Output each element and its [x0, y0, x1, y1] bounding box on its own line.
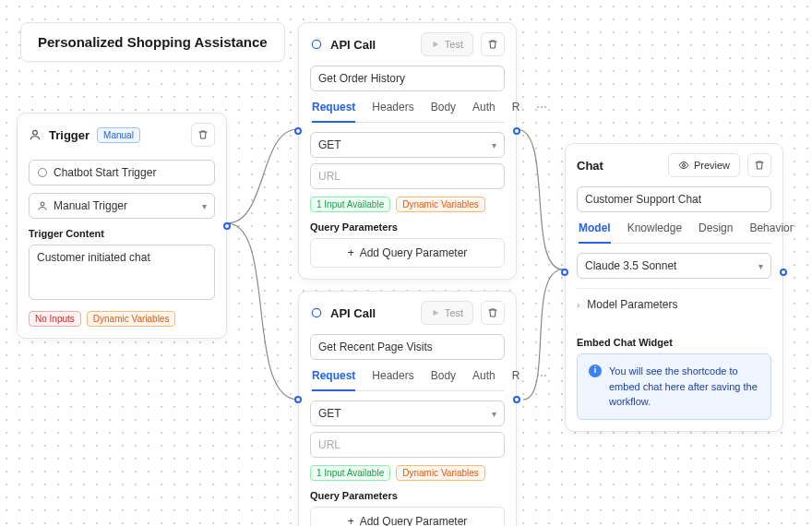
- chat-model-select[interactable]: Claude 3.5 Sonnet ▾: [577, 253, 771, 279]
- api-1-method-select[interactable]: GET ▾: [310, 132, 505, 158]
- input-port[interactable]: [561, 269, 568, 276]
- chat-tabs: Model Knowledge Design Behavior: [577, 221, 771, 244]
- query-params-label: Query Parameters: [310, 490, 505, 501]
- tab-auth[interactable]: Auth: [472, 101, 496, 122]
- tab-more[interactable]: ⋯: [536, 101, 547, 122]
- model-parameters-toggle[interactable]: › Model Parameters: [577, 288, 771, 320]
- tab-behavior[interactable]: Behavior: [749, 221, 793, 243]
- tab-design[interactable]: Design: [699, 221, 733, 243]
- tab-headers[interactable]: Headers: [372, 369, 413, 390]
- tab-r[interactable]: R: [512, 369, 520, 390]
- plus-icon: +: [348, 515, 354, 526]
- tab-request[interactable]: Request: [312, 369, 355, 391]
- api-icon: [310, 306, 323, 319]
- api-2-name-input[interactable]: [310, 334, 505, 360]
- trigger-title: Trigger: [49, 128, 90, 142]
- trigger-content-label: Trigger Content: [29, 228, 215, 239]
- input-available-badge[interactable]: 1 Input Available: [310, 465, 390, 481]
- trash-icon: [487, 39, 498, 50]
- api-2-url-input[interactable]: [310, 432, 505, 458]
- input-port[interactable]: [294, 127, 302, 135]
- circle-icon: [37, 167, 48, 178]
- dynamic-vars-badge[interactable]: Dynamic Variables: [87, 311, 176, 327]
- workflow-title: Personalized Shopping Assistance: [20, 22, 285, 62]
- trigger-mode-badge: Manual: [97, 127, 140, 143]
- api-1-test-button[interactable]: Test: [421, 32, 473, 56]
- embed-info-box: i You will see the shortcode to embed ch…: [577, 353, 771, 420]
- api-1-name-input[interactable]: [310, 66, 505, 91]
- chevron-right-icon: ›: [577, 300, 579, 310]
- api-icon: [310, 38, 323, 51]
- dynamic-vars-badge[interactable]: Dynamic Variables: [396, 197, 485, 212]
- tab-auth[interactable]: Auth: [472, 369, 496, 390]
- trigger-manual-option[interactable]: Manual Trigger ▾: [29, 193, 215, 219]
- user-icon: [29, 128, 42, 141]
- tab-request[interactable]: Request: [312, 101, 355, 123]
- api-call-1-node: API Call Test Request Headers Body Auth …: [298, 22, 517, 280]
- chevron-down-icon: ▾: [758, 261, 763, 271]
- trash-icon: [754, 160, 765, 171]
- chat-delete-button[interactable]: [747, 153, 771, 177]
- user-small-icon: [37, 200, 48, 211]
- input-available-badge[interactable]: 1 Input Available: [310, 197, 390, 212]
- api-2-title: API Call: [330, 306, 413, 320]
- output-port[interactable]: [513, 127, 520, 135]
- output-port[interactable]: [513, 396, 520, 403]
- api-2-tabs: Request Headers Body Auth R ⋯: [310, 369, 505, 391]
- add-query-param-button[interactable]: + Add Query Parameter: [310, 238, 505, 268]
- svg-point-1: [39, 169, 47, 177]
- chevron-down-icon: ▾: [492, 140, 496, 150]
- tab-r[interactable]: R: [512, 101, 520, 122]
- plus-icon: +: [348, 246, 354, 259]
- api-2-delete-button[interactable]: [481, 301, 505, 325]
- api-1-url-input[interactable]: [310, 163, 505, 189]
- chevron-down-icon: ▾: [202, 201, 207, 211]
- info-icon: i: [589, 365, 602, 377]
- tab-knowledge[interactable]: Knowledge: [627, 221, 682, 243]
- trigger-content-input[interactable]: [29, 245, 215, 300]
- embed-widget-label: Embed Chat Widget: [577, 337, 771, 348]
- tab-model[interactable]: Model: [579, 221, 611, 244]
- tab-headers[interactable]: Headers: [372, 101, 413, 122]
- chevron-down-icon: ▾: [492, 409, 496, 419]
- tab-more[interactable]: ⋯: [536, 369, 547, 390]
- svg-point-3: [682, 164, 685, 167]
- play-icon: [431, 40, 440, 49]
- chat-node: Chat Preview Model Knowledge Design Beha…: [565, 143, 783, 432]
- tab-body[interactable]: Body: [431, 369, 456, 390]
- output-port[interactable]: [780, 269, 787, 276]
- output-port[interactable]: [223, 222, 231, 230]
- chat-name-input[interactable]: [577, 186, 771, 212]
- add-query-param-button[interactable]: + Add Query Parameter: [310, 507, 505, 526]
- api-call-2-node: API Call Test Request Headers Body Auth …: [298, 291, 517, 526]
- eye-icon: [678, 160, 689, 171]
- input-port[interactable]: [294, 396, 302, 403]
- api-1-delete-button[interactable]: [481, 32, 505, 56]
- chat-preview-button[interactable]: Preview: [668, 153, 740, 177]
- trigger-chatbot-option[interactable]: Chatbot Start Trigger: [29, 160, 215, 185]
- chat-title: Chat: [577, 159, 661, 173]
- workflow-canvas[interactable]: Personalized Shopping Assistance Trigger…: [0, 0, 812, 526]
- trash-icon: [197, 129, 209, 140]
- trigger-node: Trigger Manual Chatbot Start Trigger Man…: [17, 113, 227, 339]
- api-1-title: API Call: [330, 38, 413, 52]
- tab-body[interactable]: Body: [431, 101, 456, 122]
- api-2-test-button[interactable]: Test: [421, 301, 473, 325]
- query-params-label: Query Parameters: [310, 221, 505, 233]
- no-inputs-badge: No Inputs: [29, 311, 81, 327]
- api-1-tabs: Request Headers Body Auth R ⋯: [310, 101, 505, 123]
- trigger-delete-button[interactable]: [191, 123, 215, 147]
- play-icon: [431, 308, 440, 317]
- trash-icon: [487, 307, 498, 318]
- api-2-method-select[interactable]: GET ▾: [310, 400, 505, 426]
- svg-point-2: [41, 202, 44, 206]
- dynamic-vars-badge[interactable]: Dynamic Variables: [396, 465, 485, 481]
- svg-point-0: [33, 130, 38, 135]
